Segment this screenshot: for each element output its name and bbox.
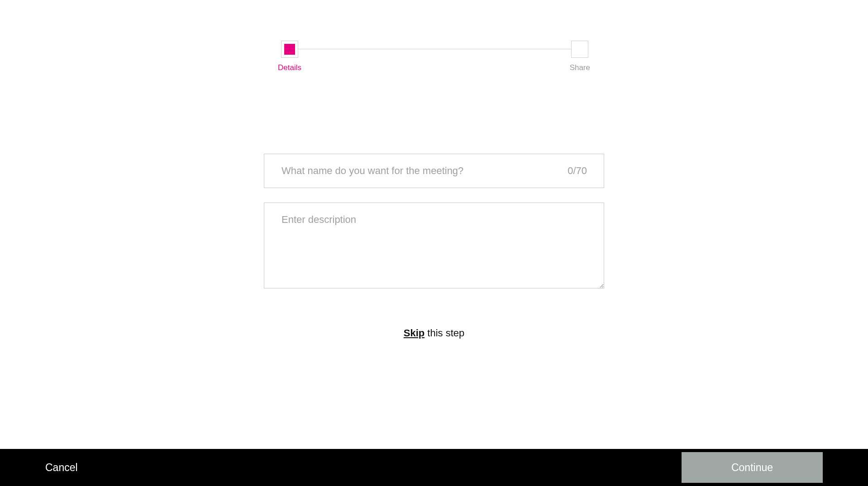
form-section: 0/70 Skip this step — [264, 154, 604, 339]
description-textarea[interactable] — [264, 203, 604, 288]
char-count: 0/70 — [568, 165, 587, 177]
step-label-details: Details — [278, 63, 301, 72]
step-share[interactable]: Share — [570, 41, 590, 72]
cancel-button[interactable]: Cancel — [45, 462, 78, 474]
meeting-name-input[interactable] — [264, 154, 604, 188]
step-active-indicator — [284, 44, 295, 55]
step-box-details — [281, 41, 298, 58]
skip-rest: this step — [424, 327, 464, 339]
content-area: Details Share 0/70 Skip this step — [0, 0, 868, 449]
stepper: Details Share — [278, 41, 590, 72]
stepper-line — [295, 49, 573, 49]
skip-word: Skip — [404, 327, 424, 339]
step-box-share — [571, 41, 588, 58]
footer-bar: Cancel Continue — [0, 449, 868, 486]
continue-button[interactable]: Continue — [682, 452, 823, 483]
name-input-wrap: 0/70 — [264, 154, 604, 188]
skip-step-link[interactable]: Skip this step — [264, 327, 604, 339]
step-label-share: Share — [570, 63, 590, 72]
step-details[interactable]: Details — [278, 41, 301, 72]
